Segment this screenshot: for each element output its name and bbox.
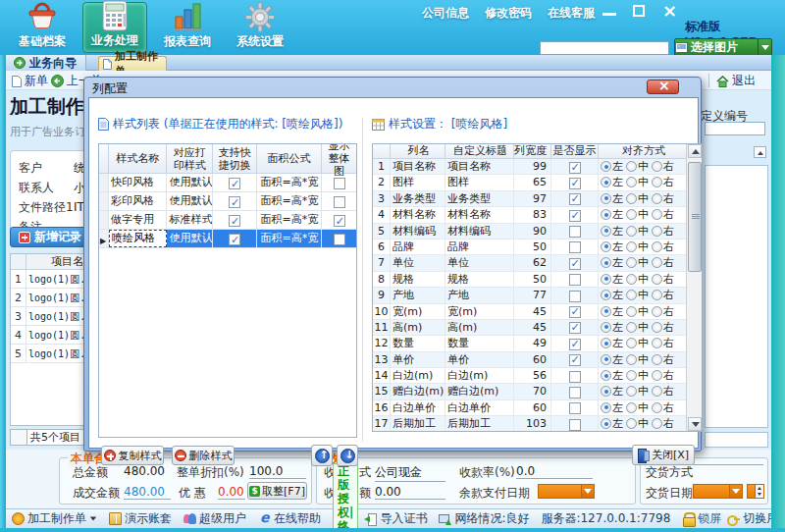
- column-width-cell[interactable]: 103: [514, 416, 551, 431]
- round-button[interactable]: 取整[F7]: [247, 482, 307, 500]
- custom-title-cell[interactable]: 业务类型: [445, 191, 514, 206]
- show-checkbox[interactable]: [569, 291, 581, 302]
- nav-base-archives[interactable]: 基础档案: [10, 2, 75, 53]
- column-width-cell[interactable]: 45: [514, 320, 551, 335]
- show-checkbox[interactable]: [569, 306, 581, 318]
- move-down-button[interactable]: [337, 445, 358, 466]
- chevron-down-icon[interactable]: [758, 39, 771, 55]
- custom-title-cell[interactable]: 单位: [445, 255, 514, 270]
- show-checkbox[interactable]: [569, 226, 581, 238]
- style-name-cell[interactable]: 快印风格: [109, 174, 168, 191]
- custom-title-cell[interactable]: 项目名称: [445, 159, 514, 174]
- align-center-radio[interactable]: [626, 402, 637, 413]
- align-center-radio[interactable]: [626, 161, 637, 172]
- table-row[interactable]: 2 图样 图样 65 左中右: [373, 175, 687, 190]
- pick-image-button[interactable]: 选择图片: [674, 38, 772, 56]
- column-width-cell[interactable]: 56: [514, 368, 551, 383]
- align-right-radio[interactable]: [652, 354, 662, 365]
- align-left-radio[interactable]: [601, 322, 611, 333]
- column-name-cell[interactable]: 业务类型: [391, 191, 445, 206]
- business-wizard-button[interactable]: 业务向导: [0, 55, 86, 71]
- column-name-cell[interactable]: 规格: [391, 272, 445, 287]
- align-right-radio[interactable]: [652, 161, 662, 172]
- style-name-cell[interactable]: 喷绘风格: [109, 230, 168, 247]
- column-name-cell[interactable]: 白边单价: [391, 400, 445, 415]
- deal-amount-input[interactable]: 480.00: [124, 485, 171, 500]
- align-left-radio[interactable]: [601, 209, 611, 220]
- table-row[interactable]: 9 产地 产地 77 左中右: [373, 288, 687, 303]
- collapse-panel-button[interactable]: [754, 146, 766, 158]
- show-checkbox[interactable]: [569, 419, 581, 431]
- pay-amount-input[interactable]: 0.00: [375, 485, 445, 500]
- align-right-radio[interactable]: [652, 226, 662, 237]
- align-right-radio[interactable]: [652, 370, 662, 381]
- image-path-input[interactable]: [540, 41, 669, 55]
- discount-input[interactable]: 100.0: [249, 464, 306, 479]
- custom-title-cell[interactable]: 数量: [445, 336, 514, 350]
- print-style-cell[interactable]: 使用默认: [167, 174, 213, 191]
- align-right-radio[interactable]: [652, 290, 662, 300]
- show-checkbox[interactable]: [569, 402, 581, 414]
- align-center-radio[interactable]: [626, 177, 637, 187]
- custom-title-cell[interactable]: 规格: [445, 272, 514, 287]
- scroll-down-icon[interactable]: [688, 417, 702, 431]
- column-name-cell[interactable]: 后期加工: [391, 416, 445, 431]
- align-left-radio[interactable]: [601, 241, 611, 252]
- off-input[interactable]: 0.00: [218, 485, 245, 500]
- align-left-radio[interactable]: [601, 274, 611, 285]
- align-center-radio[interactable]: [626, 338, 637, 348]
- align-left-radio[interactable]: [601, 193, 611, 204]
- show-checkbox[interactable]: [569, 241, 581, 253]
- area-formula-cell[interactable]: 面积=高*宽: [257, 192, 323, 210]
- custom-title-cell[interactable]: 宽(m): [445, 304, 514, 319]
- quick-switch-checkbox[interactable]: [229, 196, 240, 208]
- table-row[interactable]: 13 单价 单价 60 左中右: [373, 352, 687, 368]
- column-name-cell[interactable]: 白边(m): [391, 368, 445, 383]
- new-doc-button[interactable]: 新单: [12, 73, 48, 89]
- exit-button[interactable]: 退出: [716, 73, 756, 89]
- column-name-cell[interactable]: 产地: [391, 288, 445, 302]
- nav-business-process[interactable]: 业务处理: [82, 2, 147, 53]
- column-name-cell[interactable]: 图样: [391, 175, 445, 189]
- scroll-up-icon[interactable]: [688, 144, 702, 158]
- show-checkbox[interactable]: [569, 258, 581, 270]
- show-checkbox[interactable]: [569, 354, 581, 366]
- show-checkbox[interactable]: [569, 162, 581, 174]
- align-center-radio[interactable]: [626, 418, 637, 429]
- table-row[interactable]: 喷绘风格 使用默认 面积=高*宽: [99, 230, 356, 248]
- style-name-cell[interactable]: 彩印风格: [109, 192, 168, 210]
- show-checkbox[interactable]: [569, 178, 581, 189]
- close-icon[interactable]: [659, 4, 677, 18]
- column-name-cell[interactable]: 赠白边(m): [391, 384, 445, 399]
- chevron-down-icon[interactable]: [729, 485, 742, 498]
- custom-title-cell[interactable]: 后期加工: [445, 416, 514, 431]
- table-row[interactable]: 7 单位 单位 62 左中右: [373, 255, 687, 271]
- tab-production-order[interactable]: 加工制作单: [98, 56, 167, 71]
- show-checkbox[interactable]: [569, 387, 581, 399]
- align-left-radio[interactable]: [601, 161, 611, 172]
- table-row[interactable]: 5 材料编码 材料编码 90 左中右: [373, 224, 687, 239]
- align-center-radio[interactable]: [626, 306, 637, 317]
- column-width-cell[interactable]: 70: [514, 384, 551, 399]
- chevron-down-icon[interactable]: [581, 485, 594, 498]
- column-width-cell[interactable]: 50: [514, 272, 551, 287]
- align-right-radio[interactable]: [652, 322, 662, 333]
- table-row[interactable]: 8 规格 规格 50 左中右: [373, 272, 687, 288]
- whole-image-checkbox[interactable]: [334, 215, 345, 227]
- maximize-icon[interactable]: [630, 4, 648, 18]
- column-width-cell[interactable]: 99: [514, 159, 551, 174]
- column-width-cell[interactable]: 45: [514, 304, 551, 319]
- show-checkbox[interactable]: [569, 339, 581, 350]
- custom-title-cell[interactable]: 高(m): [445, 320, 514, 335]
- align-right-radio[interactable]: [652, 402, 662, 413]
- style-name-cell[interactable]: 做字专用: [109, 211, 168, 229]
- link-change-password[interactable]: 修改密码: [485, 5, 532, 22]
- print-style-cell[interactable]: 标准样式: [167, 211, 213, 229]
- align-center-radio[interactable]: [626, 274, 637, 285]
- align-left-radio[interactable]: [601, 257, 611, 268]
- custom-title-cell[interactable]: 白边(m): [445, 368, 514, 383]
- align-center-radio[interactable]: [626, 386, 637, 397]
- delivery-method-input[interactable]: [693, 464, 763, 465]
- custom-title-cell[interactable]: 产地: [445, 288, 514, 302]
- align-right-radio[interactable]: [652, 257, 662, 268]
